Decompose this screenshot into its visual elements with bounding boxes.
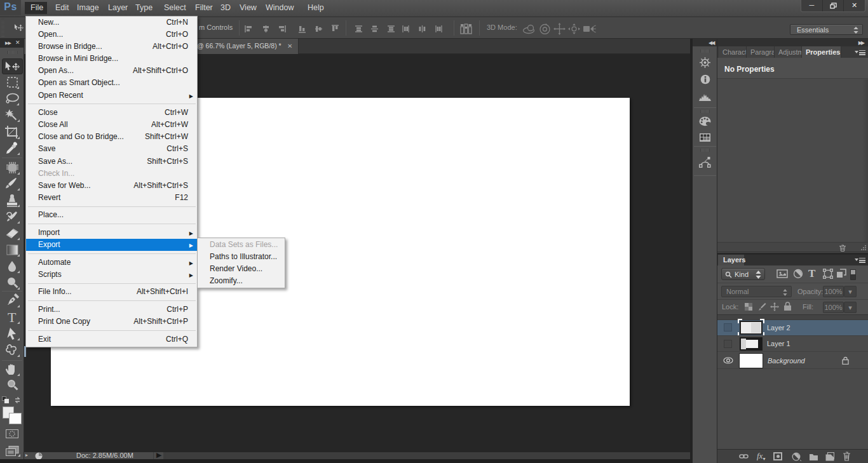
svg-text:T: T — [8, 310, 17, 325]
